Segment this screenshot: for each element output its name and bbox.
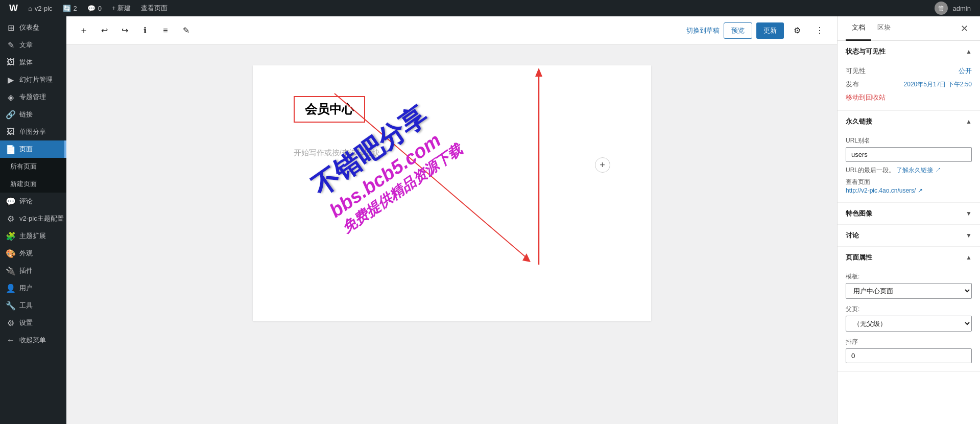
sidebar-item-single-share[interactable]: 🖼 单图分享	[0, 123, 66, 140]
view-page-link[interactable]: http://v2-pic.4ao.cn/users/ ↗	[846, 187, 923, 194]
appearance-icon: 🎨	[6, 249, 15, 258]
template-label: 模板:	[846, 272, 972, 281]
section-status-visibility-header[interactable]: 状态与可见性 ▲	[838, 41, 980, 62]
info-btn[interactable]: ℹ	[136, 21, 154, 40]
preview-btn[interactable]: 预览	[724, 22, 752, 39]
section-page-attributes-content: 模板: 用户中心页面 父页: （无父级） 排序	[838, 268, 980, 371]
sidebar-item-plugins[interactable]: 🔌 插件	[0, 262, 66, 279]
avatar: 管	[935, 2, 948, 15]
section-status-visibility: 状态与可见性 ▲ 可见性 公开 发布 2020年5月17日 下午2:50 移动到…	[838, 41, 980, 111]
tab-document[interactable]: 文档	[846, 16, 871, 41]
settings-btn[interactable]: ⚙	[788, 21, 806, 40]
url-slug-label: URL别名	[846, 136, 972, 145]
url-hint: URL的最后一段。 了解永久链接 ↗	[846, 166, 972, 175]
sidebar-item-v2pic[interactable]: ⚙ v2-pic主题配置	[0, 210, 66, 227]
updates-btn[interactable]: 🔄 2	[58, 0, 82, 16]
section-status-visibility-content: 可见性 公开 发布 2020年5月17日 下午2:50 移动到回收站	[838, 62, 980, 110]
sidebar-item-collapse[interactable]: ← 收起菜单	[0, 332, 66, 349]
toolbar-left: ↩ ↪ ℹ ≡ ✎	[75, 21, 195, 40]
sidebar-item-dashboard[interactable]: ⊞ 仪表盘	[0, 19, 66, 36]
pages-icon: 📄	[6, 145, 15, 154]
section-page-attributes-header[interactable]: 页面属性 ▲	[838, 247, 980, 268]
publish-row: 发布 2020年5月17日 下午2:50	[846, 80, 972, 89]
sidebar-item-links[interactable]: 🔗 链接	[0, 106, 66, 123]
admin-bar-right: 管 admin	[929, 0, 976, 16]
order-label: 排序	[846, 338, 972, 346]
chevron-down-discussion-icon: ▼	[966, 232, 972, 239]
comments-icon: 💬	[87, 5, 95, 12]
undo-btn[interactable]: ↩	[95, 21, 113, 40]
visibility-value[interactable]: 公开	[959, 66, 972, 76]
comments-btn[interactable]: 💬 0	[82, 0, 107, 16]
new-item-btn[interactable]: + 新建	[107, 0, 136, 16]
publish-date[interactable]: 2020年5月17日 下午2:50	[904, 80, 972, 89]
tools-icon: 🔧	[6, 301, 15, 310]
editor-placeholder[interactable]: 开始写作或按/来选择区块	[294, 148, 610, 158]
external-link2-icon: ↗	[918, 187, 923, 194]
collapse-icon: ←	[6, 336, 15, 345]
order-field: 排序	[846, 338, 972, 363]
sidebar-item-appearance[interactable]: 🎨 外观	[0, 245, 66, 262]
chevron-up-icon: ▲	[966, 48, 972, 55]
links-icon: 🔗	[6, 110, 15, 119]
single-share-icon: 🖼	[6, 127, 15, 136]
updates-icon: 🔄	[63, 5, 71, 12]
redo-btn[interactable]: ↪	[115, 21, 134, 40]
posts-icon: ✎	[6, 40, 15, 50]
edit-btn[interactable]: ✎	[177, 21, 195, 40]
update-btn[interactable]: 更新	[756, 22, 784, 39]
template-select[interactable]: 用户中心页面	[846, 283, 972, 299]
sidebar-item-users[interactable]: 👤 用户	[0, 279, 66, 297]
comments-sidebar-icon: 💬	[6, 197, 15, 206]
section-featured-image-header[interactable]: 特色图像 ▼	[838, 203, 980, 224]
sidebar-item-new-page[interactable]: 新建页面	[0, 175, 66, 193]
chevron-up-permalink-icon: ▲	[966, 118, 972, 125]
add-block-inline-btn[interactable]: +	[595, 157, 610, 173]
admin-bar: W ⌂ v2-pic 🔄 2 💬 0 + 新建 查看页面 管 admin	[0, 0, 980, 16]
sidebar-item-slider[interactable]: ▶ 幻灯片管理	[0, 71, 66, 88]
add-block-toolbar-btn[interactable]	[75, 21, 93, 40]
section-permalink-header[interactable]: 永久链接 ▲	[838, 111, 980, 132]
admin-user-btn[interactable]: 管 admin	[929, 0, 976, 16]
close-panel-btn[interactable]: ✕	[957, 21, 972, 36]
chevron-down-featured-icon: ▼	[966, 210, 972, 217]
page-title[interactable]: 会员中心	[294, 96, 365, 123]
parent-select[interactable]: （无父级）	[846, 316, 972, 332]
site-name[interactable]: ⌂ v2-pic	[23, 0, 58, 16]
section-discussion-header[interactable]: 讨论 ▼	[838, 225, 980, 246]
section-featured-image: 特色图像 ▼	[838, 203, 980, 225]
url-slug-input[interactable]	[846, 147, 972, 162]
editor-content[interactable]: 会员中心 开始写作或按/来选择区块 + 不错吧分享 bbs.bcb5.com 免…	[66, 45, 837, 424]
wp-icon: W	[9, 3, 18, 14]
tab-block[interactable]: 区块	[871, 16, 897, 41]
toolbar-right: 切换到草稿 预览 更新 ⚙ ⋮	[686, 21, 829, 40]
order-input[interactable]	[846, 348, 972, 363]
media-icon: 🖼	[6, 58, 15, 67]
svg-marker-3	[535, 68, 542, 77]
sidebar-item-tools[interactable]: 🔧 工具	[0, 297, 66, 314]
watermark-line2: bbs.bcb5.com	[325, 122, 455, 222]
sidebar-item-media[interactable]: 🖼 媒体	[0, 54, 66, 71]
chevron-up-attributes-icon: ▲	[966, 254, 972, 261]
settings-icon: ⚙	[6, 318, 15, 327]
sidebar-sub-pages: 所有页面 新建页面	[0, 158, 66, 193]
list-view-btn[interactable]: ≡	[156, 21, 175, 40]
view-page-btn[interactable]: 查看页面	[136, 0, 173, 16]
sidebar-item-topics[interactable]: ◈ 专题管理	[0, 88, 66, 106]
sidebar-item-theme-ext[interactable]: 🧩 主题扩展	[0, 227, 66, 245]
external-link-icon: ↗	[935, 167, 941, 174]
more-options-btn[interactable]: ⋮	[810, 21, 829, 40]
view-page-row: 查看页面	[846, 178, 972, 186]
parent-field: 父页: （无父级）	[846, 305, 972, 332]
move-to-trash-btn[interactable]: 移动到回收站	[846, 93, 972, 102]
sidebar-item-pages[interactable]: 📄 页面	[0, 140, 66, 158]
learn-permalink-link[interactable]: 了解永久链接 ↗	[896, 167, 941, 174]
sidebar-item-settings[interactable]: ⚙ 设置	[0, 314, 66, 332]
sidebar-item-posts[interactable]: ✎ 文章	[0, 36, 66, 54]
theme-ext-icon: 🧩	[6, 231, 15, 241]
switch-draft-btn[interactable]: 切换到草稿	[686, 26, 720, 35]
sidebar-item-comments[interactable]: 💬 评论	[0, 193, 66, 210]
wp-logo[interactable]: W	[4, 0, 23, 16]
v2pic-icon: ⚙	[6, 214, 15, 223]
sidebar-item-all-pages[interactable]: 所有页面	[0, 158, 66, 175]
